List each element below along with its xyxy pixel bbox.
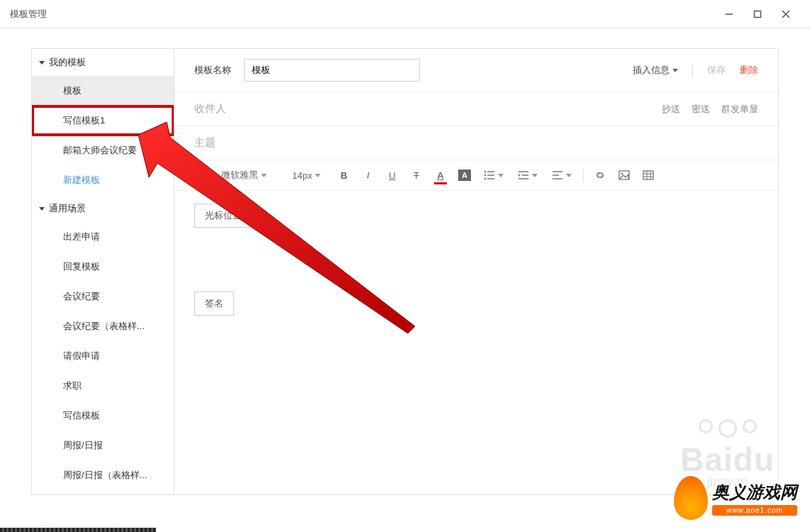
bottom-stripe	[0, 528, 156, 532]
text-color-icon[interactable]: A	[433, 167, 448, 183]
sidebar-category-common-scenes[interactable]: 通用场景	[32, 195, 174, 222]
strikethrough-icon[interactable]: T	[409, 167, 424, 183]
content-topbar: 模板名称 插入信息 保存 删除	[174, 49, 778, 92]
separator	[583, 169, 584, 182]
sidebar-category-my-templates[interactable]: 我的模板	[32, 49, 174, 76]
sidebar-item-weekly-daily-report-table[interactable]: 周报/日报（表格样...	[32, 460, 174, 490]
subject-label: 主题	[194, 136, 216, 150]
maximize-button[interactable]	[743, 0, 772, 28]
sidebar-item-meeting-minutes-table[interactable]: 会议纪要（表格样...	[32, 311, 174, 341]
format-painter-icon[interactable]	[194, 167, 210, 183]
cursor-position-button[interactable]: 光标位置	[194, 204, 253, 228]
template-name-input[interactable]	[244, 59, 420, 82]
table-icon[interactable]	[640, 167, 656, 183]
list-icon	[484, 170, 495, 180]
list-dropdown[interactable]	[481, 170, 506, 180]
sidebar-item-weekly-daily-report[interactable]: 周报/日报	[32, 431, 174, 460]
insert-info-dropdown[interactable]: 插入信息	[633, 64, 678, 77]
svg-point-8	[484, 178, 487, 180]
italic-icon[interactable]: I	[360, 167, 376, 183]
delete-button[interactable]: 删除	[740, 64, 758, 77]
editor-body[interactable]: 光标位置 签名	[174, 191, 778, 328]
sidebar-item-meeting-notes[interactable]: 邮箱大师会议纪要	[32, 135, 174, 165]
sidebar-item-job-search[interactable]: 求职	[32, 371, 174, 401]
sidebar-item-reply-template[interactable]: 回复模板	[32, 252, 174, 282]
underline-icon[interactable]: U	[384, 167, 400, 183]
font-family-select[interactable]: 微软雅黑	[218, 169, 281, 182]
align-dropdown[interactable]	[549, 170, 575, 180]
separator	[692, 64, 693, 77]
sidebar: 我的模板 模板 写信模板1 邮箱大师会议纪要 新建模板 通用场景 出差申请 回复…	[31, 48, 174, 495]
editor-toolbar: 微软雅黑 14px B I U T A A	[174, 160, 778, 191]
chevron-down-icon	[39, 207, 45, 211]
recipient-row[interactable]: 收件人 抄送 密送 群发单显	[174, 92, 778, 126]
minimize-button[interactable]	[715, 0, 743, 28]
bcc-button[interactable]: 密送	[692, 103, 710, 116]
template-name-label: 模板名称	[194, 64, 231, 77]
font-family-value: 微软雅黑	[221, 169, 258, 182]
sidebar-item-letter-template-1[interactable]: 写信模板1	[32, 106, 174, 135]
chevron-down-icon	[261, 174, 267, 177]
main-area: 我的模板 模板 写信模板1 邮箱大师会议纪要 新建模板 通用场景 出差申请 回复…	[0, 28, 810, 532]
align-icon	[552, 170, 563, 180]
indent-icon	[518, 170, 529, 180]
sidebar-item-meeting-minutes[interactable]: 会议纪要	[32, 282, 174, 311]
chevron-down-icon	[566, 174, 572, 177]
svg-marker-13	[518, 174, 521, 177]
chevron-down-icon	[672, 69, 678, 72]
sidebar-category-label: 我的模板	[49, 56, 86, 69]
sidebar-category-label: 通用场景	[49, 202, 86, 215]
sidebar-item-letter-template[interactable]: 写信模板	[32, 401, 174, 431]
font-size-select[interactable]: 14px	[289, 170, 328, 181]
svg-point-4	[484, 171, 487, 173]
sidebar-item-business-trip[interactable]: 出差申请	[32, 222, 174, 252]
bold-icon[interactable]: B	[336, 167, 352, 183]
image-icon[interactable]	[616, 167, 632, 183]
svg-rect-19	[643, 171, 653, 179]
svg-point-6	[484, 174, 487, 177]
chevron-down-icon	[315, 174, 321, 177]
sidebar-item-template[interactable]: 模板	[32, 76, 174, 106]
recipient-label: 收件人	[194, 102, 226, 116]
insert-info-label: 插入信息	[633, 64, 670, 77]
recipient-actions: 抄送 密送 群发单显	[662, 103, 758, 116]
mass-send-button[interactable]: 群发单显	[721, 103, 758, 116]
save-button[interactable]: 保存	[707, 64, 726, 77]
svg-point-18	[621, 173, 623, 175]
sidebar-item-new-template[interactable]: 新建模板	[32, 165, 174, 195]
subject-row[interactable]: 主题	[174, 126, 778, 160]
close-button[interactable]	[772, 0, 800, 28]
chevron-down-icon	[39, 61, 45, 65]
svg-rect-1	[755, 11, 761, 17]
signature-button[interactable]: 签名	[194, 292, 234, 316]
chevron-down-icon	[532, 174, 538, 177]
indent-dropdown[interactable]	[515, 170, 540, 180]
window-title: 模板管理	[10, 8, 47, 21]
content-panel: 模板名称 插入信息 保存 删除 收件人 抄送 密送 群发单显 主题	[174, 48, 779, 495]
sidebar-item-leave-request[interactable]: 请假申请	[32, 341, 174, 371]
link-icon[interactable]	[592, 167, 608, 183]
background-color-icon[interactable]: A	[457, 167, 472, 183]
cc-button[interactable]: 抄送	[662, 103, 680, 116]
window-controls	[715, 0, 800, 28]
chevron-down-icon	[498, 174, 504, 177]
font-size-value: 14px	[292, 170, 312, 181]
titlebar: 模板管理	[0, 0, 810, 28]
